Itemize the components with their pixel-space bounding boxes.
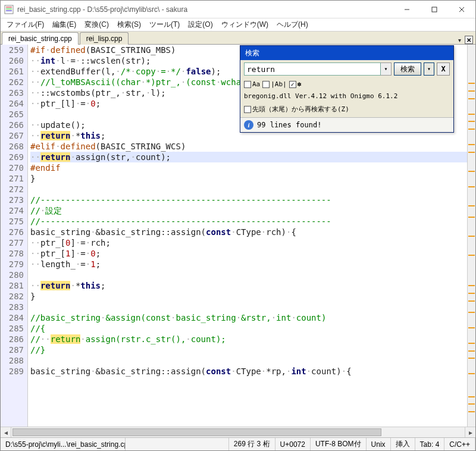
window-title: rei_basic_string.cpp - D:\s55-proj\c\myl… bbox=[17, 5, 393, 14]
status-unicode: U+0072 bbox=[275, 438, 311, 450]
status-insert-mode: 挿入 bbox=[391, 438, 415, 450]
overview-ruler[interactable] bbox=[467, 45, 475, 427]
menu-help[interactable]: ヘルプ(H) bbox=[273, 18, 312, 31]
line-number-gutter: 2592602612622632642652662672682692702712… bbox=[1, 45, 28, 427]
search-button[interactable]: 検索 bbox=[394, 62, 421, 76]
search-close-button[interactable]: X bbox=[437, 62, 450, 76]
app-icon bbox=[4, 5, 14, 14]
search-opt-wrap[interactable]: 先頭（末尾）から再検索する(Z) bbox=[244, 104, 349, 115]
close-button[interactable] bbox=[448, 1, 475, 18]
code-editor[interactable]: 2592602612622632642652662672682692702712… bbox=[1, 45, 467, 427]
tab-file-1[interactable]: rei_lisp.cpp bbox=[80, 32, 129, 45]
scroll-left-icon[interactable]: ◂ bbox=[1, 427, 11, 437]
search-opt-regex[interactable]: ✓✽ bbox=[289, 79, 302, 90]
horizontal-scrollbar[interactable]: ◂ ▸ bbox=[1, 427, 475, 437]
editor-area: 2592602612622632642652662672682692702712… bbox=[1, 45, 475, 427]
search-status-text: 99 lines found! bbox=[257, 120, 321, 130]
menu-window[interactable]: ウィンドウ(W) bbox=[218, 18, 272, 31]
svg-rect-3 bbox=[6, 10, 12, 11]
tab-bar: rei_basic_string.cpp rei_lisp.cpp ▾ ✕ bbox=[1, 32, 475, 45]
search-options-dropdown[interactable]: ▾ bbox=[424, 62, 434, 76]
status-spacer bbox=[126, 438, 229, 450]
status-tab: Tab: 4 bbox=[415, 438, 445, 450]
status-position: 269 行 3 桁 bbox=[229, 438, 275, 450]
maximize-button[interactable] bbox=[421, 1, 448, 18]
search-options: Aa |Ab| ✓✽ bregonig.dll Ver.4.12 with On… bbox=[240, 78, 453, 117]
menu-search[interactable]: 検索(S) bbox=[114, 18, 145, 31]
status-path: D:\s55-proj\c\myli...\rei_basic_string.c… bbox=[1, 438, 126, 450]
menu-edit[interactable]: 編集(E) bbox=[49, 18, 80, 31]
search-engine-label: bregonig.dll Ver.4.12 with Onigmo 6.1.2 bbox=[244, 91, 397, 102]
search-panel-title: 検索 bbox=[240, 46, 453, 60]
scroll-right-icon[interactable]: ▸ bbox=[465, 427, 475, 437]
menu-bar: ファイル(F) 編集(E) 変換(C) 検索(S) ツール(T) 設定(O) ウ… bbox=[1, 18, 475, 32]
search-opt-word[interactable]: |Ab| bbox=[262, 79, 287, 90]
title-bar: rei_basic_string.cpp - D:\s55-proj\c\myl… bbox=[1, 1, 475, 18]
tab-file-0[interactable]: rei_basic_string.cpp bbox=[2, 32, 79, 45]
search-status-bar: i 99 lines found! bbox=[240, 117, 453, 132]
scroll-thumb[interactable] bbox=[12, 428, 381, 436]
svg-rect-1 bbox=[6, 7, 12, 8]
svg-rect-5 bbox=[432, 7, 437, 12]
menu-settings[interactable]: 設定(O) bbox=[184, 18, 216, 31]
search-history-dropdown[interactable]: ▾ bbox=[381, 62, 392, 76]
search-input[interactable] bbox=[244, 62, 381, 76]
tab-dropdown-icon[interactable]: ▾ bbox=[455, 36, 464, 44]
search-opt-case[interactable]: Aa bbox=[244, 79, 260, 90]
minimize-button[interactable] bbox=[393, 1, 421, 18]
menu-file[interactable]: ファイル(F) bbox=[3, 18, 48, 31]
status-eol: Unix bbox=[367, 438, 391, 450]
menu-tools[interactable]: ツール(T) bbox=[146, 18, 183, 31]
svg-rect-2 bbox=[6, 8, 12, 10]
menu-convert[interactable]: 変換(C) bbox=[81, 18, 112, 31]
status-encoding: UTF-8 BOM付 bbox=[311, 438, 367, 450]
search-panel: 検索 ▾ 検索 ▾ X Aa |Ab| ✓✽ bregonig.dll Ver.… bbox=[240, 45, 454, 133]
tab-close-button[interactable]: ✕ bbox=[465, 36, 473, 44]
info-icon: i bbox=[244, 120, 253, 130]
status-language: C/C++ bbox=[444, 438, 475, 450]
status-bar: D:\s55-proj\c\myli...\rei_basic_string.c… bbox=[1, 437, 475, 450]
